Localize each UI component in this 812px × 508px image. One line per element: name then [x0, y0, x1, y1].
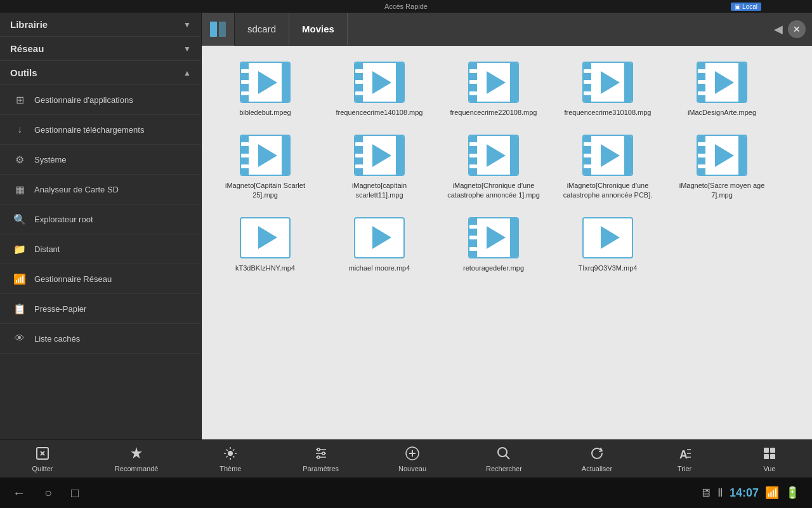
svg-point-9	[317, 456, 320, 458]
file-item[interactable]: bibledebut.mpeg	[211, 55, 319, 122]
top-bar: Accès Rapide ▣ Local	[0, 0, 812, 13]
sidebar-section-reseau[interactable]: Réseau ▼	[0, 37, 201, 61]
play-triangle	[258, 71, 277, 94]
toolbar-vue[interactable]: Vue	[750, 446, 789, 472]
file-item[interactable]: frequencecrime140108.mpg	[325, 55, 433, 122]
film-lines-left	[469, 136, 477, 175]
file-item[interactable]: iMagneto[Chronique d'une catastrophe ann…	[440, 128, 547, 204]
path-movies[interactable]: Movies	[289, 13, 348, 45]
sidebar-item-system[interactable]: ⚙ Système	[0, 145, 201, 175]
file-item[interactable]: iMagneto[Sacre moyen age 7].mpg	[668, 128, 776, 204]
file-icon	[240, 62, 291, 103]
toolbar-actualiser[interactable]: Actualiser	[575, 446, 619, 472]
sd-analyzer-icon: ▦	[13, 182, 27, 196]
file-name: retouragedefer.mpg	[463, 264, 524, 272]
svg-rect-22	[770, 454, 775, 459]
nav-bar: ← ○ □ 🖥 Ⅱ 14:07 📶 🔋	[0, 478, 812, 508]
film-lines-right	[282, 63, 289, 102]
file-icon	[582, 62, 633, 103]
nav-home-button[interactable]: ○	[44, 486, 52, 500]
system-icon: ⚙	[13, 152, 27, 166]
file-name: michael moore.mp4	[349, 264, 410, 272]
sidebar-item-network-manager[interactable]: 📶 Gestionnaire Réseau	[0, 264, 201, 294]
recommande-icon	[129, 446, 144, 464]
file-item[interactable]: kT3dBKIzHNY.mp4	[211, 211, 319, 277]
parametres-icon	[313, 446, 329, 464]
svg-rect-0	[210, 22, 217, 37]
file-name: TIxrq9O3V3M.mp4	[579, 264, 638, 272]
file-icon	[240, 217, 291, 258]
local-badge: ▣ Local	[731, 3, 761, 11]
path-expand-icon: ◀	[774, 22, 783, 36]
play-triangle	[372, 144, 391, 167]
play-triangle	[372, 71, 391, 94]
file-item[interactable]: frequencecrime310108.mpg	[554, 55, 662, 122]
path-close-button[interactable]: ✕	[788, 20, 806, 38]
nouveau-icon	[405, 446, 420, 464]
outils-arrow: ▲	[183, 69, 191, 77]
svg-rect-19	[764, 448, 769, 453]
sidebar-item-distant[interactable]: 📁 Distant	[0, 234, 201, 264]
rechercher-icon	[496, 446, 511, 464]
file-item[interactable]: iMagneto[capitain scarlett11].mpg	[325, 128, 433, 204]
film-lines-left	[355, 136, 363, 175]
file-item[interactable]: michael moore.mp4	[325, 211, 433, 277]
svg-point-7	[317, 448, 320, 451]
toolbar-rechercher[interactable]: Rechercher	[480, 446, 528, 472]
film-lines-right	[510, 136, 518, 175]
file-item[interactable]: iMacDesignArte.mpeg	[668, 55, 776, 122]
toolbar-parametres[interactable]: Paramètres	[296, 446, 345, 472]
bottom-toolbar: Quitter Recommandé Thème	[0, 439, 812, 478]
nav-recents-button[interactable]: □	[71, 486, 79, 500]
file-grid: bibledebut.mpeg frequencecrime140108.mpg	[202, 46, 812, 439]
file-item[interactable]: iMagneto[Chronique d'une catastrophe ann…	[554, 128, 662, 204]
sidebar-item-hidden-list[interactable]: 👁 Liste cachés	[0, 324, 201, 354]
film-lines-left	[469, 63, 477, 102]
sidebar-item-app-manager[interactable]: ⊞ Gestionnaire d'applications	[0, 85, 201, 115]
file-icon	[468, 217, 519, 258]
network-manager-icon: 📶	[13, 272, 27, 286]
sidebar-item-root-explorer[interactable]: 🔍 Explorateur root	[0, 204, 201, 234]
file-name: iMagneto[Chronique d'une catastrophe ann…	[443, 181, 544, 199]
file-item[interactable]: frequencecrime220108.mpg	[440, 55, 547, 122]
file-item[interactable]: retouragedefer.mpg	[440, 211, 547, 277]
file-name: iMacDesignArte.mpeg	[688, 108, 756, 117]
film-lines-left	[469, 218, 477, 257]
toolbar-theme[interactable]: Thème	[211, 446, 249, 472]
play-triangle	[601, 71, 620, 94]
file-icon	[354, 62, 405, 103]
distant-icon: 📁	[13, 242, 27, 256]
sidebar-section-outils[interactable]: Outils ▲	[0, 61, 201, 85]
file-icon	[582, 217, 633, 258]
clipboard-icon: 📋	[13, 302, 27, 316]
librairie-arrow: ▼	[183, 20, 191, 29]
sidebar-item-sd-analyzer[interactable]: ▦ Analyseur de Carte SD	[0, 175, 201, 204]
clock: 14:07	[730, 486, 759, 500]
toolbar-nouveau[interactable]: Nouveau	[392, 446, 433, 472]
sidebar-item-clipboard[interactable]: 📋 Presse-Papier	[0, 294, 201, 324]
film-lines-right	[624, 136, 632, 175]
play-triangle	[487, 71, 506, 94]
vue-icon	[762, 446, 777, 464]
quitter-icon	[35, 446, 50, 464]
battery-p-icon: Ⅱ	[717, 486, 723, 500]
toolbar-trier[interactable]: A Trier	[665, 446, 704, 472]
film-lines-right	[738, 63, 746, 102]
nav-left: ← ○ □	[13, 486, 79, 500]
path-right: ◀ ✕	[774, 20, 812, 38]
path-sdcard[interactable]: sdcard	[235, 13, 289, 45]
nav-back-button[interactable]: ←	[13, 486, 25, 500]
toolbar-quitter[interactable]: Quitter	[23, 446, 62, 472]
toolbar-recommande[interactable]: Recommandé	[108, 446, 164, 472]
file-item[interactable]: TIxrq9O3V3M.mp4	[554, 211, 662, 277]
film-lines-right	[396, 136, 403, 175]
sidebar-section-librairie[interactable]: Librairie ▼	[0, 13, 201, 37]
file-icon	[354, 217, 405, 258]
hidden-list-icon: 👁	[13, 331, 27, 345]
file-icon	[697, 135, 747, 176]
film-lines-left	[698, 63, 705, 102]
file-icon	[468, 135, 519, 176]
sidebar-item-dl-manager[interactable]: ↓ Gestionnaire téléchargements	[0, 115, 201, 145]
file-item[interactable]: iMagneto[Capitain Scarlet 25].mpg	[211, 128, 319, 204]
play-triangle	[258, 226, 277, 249]
